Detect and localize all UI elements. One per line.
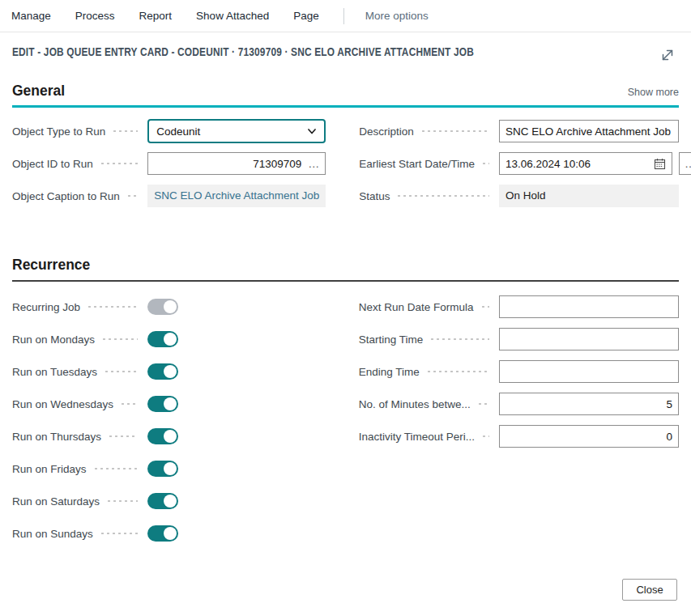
field-run-on-thursdays: Run on Thursdays — [12, 424, 326, 448]
run-thursdays-toggle[interactable] — [147, 428, 178, 444]
general-accent-rule — [12, 105, 679, 108]
field-status: Status On Hold — [359, 184, 679, 208]
dotted-leader — [477, 402, 489, 406]
menu-report[interactable]: Report — [139, 10, 173, 22]
status-label: Status — [359, 190, 390, 202]
dotted-leader — [93, 467, 138, 470]
inactivity-timeout-input[interactable] — [499, 425, 679, 448]
status-value: On Hold — [499, 185, 679, 207]
field-run-on-wednesdays: Run on Wednesdays — [12, 392, 326, 416]
description-input[interactable] — [499, 120, 679, 142]
run-sundays-toggle[interactable] — [147, 525, 178, 542]
run-fridays-label: Run on Fridays — [12, 463, 87, 475]
close-button[interactable]: Close — [622, 579, 677, 601]
field-run-on-fridays: Run on Fridays — [12, 457, 326, 481]
field-starting-time: Starting Time — [359, 327, 679, 351]
inactivity-timeout-label: Inactivity Timeout Peri... — [359, 431, 475, 443]
action-bar: Manage Process Report Show Attached Page… — [0, 0, 691, 32]
earliest-start-input[interactable] — [505, 153, 649, 174]
run-mondays-label: Run on Mondays — [12, 333, 95, 346]
field-run-on-saturdays: Run on Saturdays — [12, 489, 326, 513]
menu-page[interactable]: Page — [293, 10, 319, 22]
field-recurring-job: Recurring Job — [12, 295, 326, 319]
calendar-icon[interactable] — [654, 158, 666, 170]
general-heading: General — [12, 83, 65, 100]
run-saturdays-label: Run on Saturdays — [12, 495, 100, 508]
more-options-button[interactable]: More options — [365, 10, 429, 22]
field-next-run-date-formula: Next Run Date Formula — [359, 295, 679, 319]
dotted-leader — [481, 162, 489, 165]
expand-icon[interactable] — [658, 45, 677, 65]
run-mondays-toggle[interactable] — [147, 331, 178, 347]
run-thursdays-label: Run on Thursdays — [12, 431, 101, 443]
dotted-leader — [100, 532, 138, 535]
earliest-start-assist-edit-button[interactable]: … — [679, 152, 691, 175]
recurrence-rule — [12, 280, 679, 282]
dotted-leader — [100, 162, 138, 165]
field-earliest-start: Earliest Start Date/Time — [359, 151, 679, 176]
run-saturdays-toggle[interactable] — [147, 493, 178, 509]
dotted-leader — [87, 305, 138, 308]
ending-time-input[interactable] — [499, 360, 679, 383]
dotted-leader — [120, 402, 138, 406]
recurrence-heading: Recurrence — [12, 257, 90, 274]
starting-time-label: Starting Time — [359, 333, 424, 346]
dotted-leader — [101, 338, 138, 341]
field-object-type-to-run: Object Type to Run Codeunit — [12, 119, 326, 143]
menu-show-attached[interactable]: Show Attached — [196, 10, 269, 22]
field-description: Description — [359, 119, 679, 143]
object-id-label: Object ID to Run — [12, 158, 93, 170]
object-type-label: Object Type to Run — [12, 125, 105, 138]
field-run-on-tuesdays: Run on Tuesdays — [12, 359, 326, 384]
next-run-date-formula-label: Next Run Date Formula — [359, 301, 474, 313]
dotted-leader — [396, 194, 489, 198]
run-sundays-label: Run on Sundays — [12, 528, 93, 540]
field-minutes-between-runs: No. of Minutes betwe... — [359, 392, 679, 416]
dotted-leader — [420, 130, 489, 133]
recurring-job-toggle — [147, 299, 178, 315]
dotted-leader — [429, 338, 489, 341]
menu-process[interactable]: Process — [75, 10, 115, 22]
ending-time-label: Ending Time — [359, 366, 420, 378]
title-row: EDIT - JOB QUEUE ENTRY CARD - CODEUNIT ·… — [0, 32, 691, 65]
dotted-leader — [481, 435, 489, 438]
next-run-date-formula-input[interactable] — [499, 295, 679, 318]
section-general: General Show more Object Type to Run Cod… — [12, 83, 679, 216]
recurring-job-label: Recurring Job — [12, 301, 80, 313]
object-caption-value: SNC ELO Archive Attachment Job — [147, 185, 326, 207]
field-object-id-to-run: Object ID to Run … — [12, 151, 326, 176]
earliest-start-label: Earliest Start Date/Time — [359, 158, 475, 170]
dotted-leader — [480, 305, 490, 308]
menu-separator — [343, 8, 344, 24]
run-wednesdays-label: Run on Wednesdays — [12, 398, 113, 410]
minutes-between-input[interactable] — [499, 393, 679, 415]
object-caption-label: Object Caption to Run — [12, 190, 120, 202]
object-type-select[interactable]: Codeunit — [147, 119, 326, 143]
minutes-between-label: No. of Minutes betwe... — [359, 398, 471, 410]
field-run-on-sundays: Run on Sundays — [12, 521, 326, 546]
chevron-down-icon — [307, 126, 317, 136]
field-ending-time: Ending Time — [359, 359, 679, 384]
field-object-caption-to-run: Object Caption to Run SNC ELO Archive At… — [12, 184, 326, 208]
dotted-leader — [112, 130, 138, 133]
dotted-leader — [106, 499, 138, 503]
dotted-leader — [104, 370, 138, 373]
object-id-assist-edit-icon[interactable]: … — [308, 158, 319, 169]
page-title: EDIT - JOB QUEUE ENTRY CARD - CODEUNIT ·… — [12, 45, 474, 58]
object-type-value: Codeunit — [156, 125, 200, 138]
run-tuesdays-toggle[interactable] — [147, 363, 178, 380]
field-inactivity-timeout: Inactivity Timeout Peri... — [359, 424, 679, 448]
run-wednesdays-toggle[interactable] — [147, 396, 178, 412]
starting-time-input[interactable] — [499, 328, 679, 350]
show-more-link[interactable]: Show more — [628, 87, 679, 98]
field-run-on-mondays: Run on Mondays — [12, 327, 326, 351]
run-tuesdays-label: Run on Tuesdays — [12, 366, 97, 378]
dotted-leader — [126, 194, 138, 198]
object-id-input[interactable] — [154, 153, 301, 174]
section-recurrence: Recurrence Recurring Job Run on Mondays … — [12, 257, 679, 554]
dotted-leader — [426, 370, 489, 373]
dotted-leader — [108, 435, 138, 438]
description-label: Description — [359, 125, 414, 138]
menu-manage[interactable]: Manage — [11, 10, 51, 22]
run-fridays-toggle[interactable] — [147, 461, 178, 477]
